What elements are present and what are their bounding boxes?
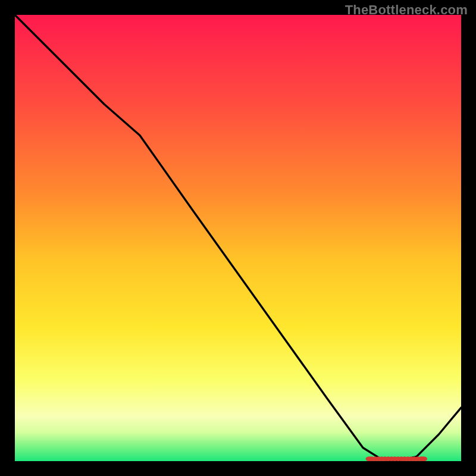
chart-root: TheBottleneck.com [0, 0, 476, 476]
flat-region-markers [366, 456, 428, 461]
marker-layer [15, 15, 461, 461]
valley-marker-end [419, 456, 428, 461]
plot-area [15, 15, 461, 461]
attribution-text: TheBottleneck.com [345, 2, 468, 18]
valley-marker-end [366, 456, 374, 461]
